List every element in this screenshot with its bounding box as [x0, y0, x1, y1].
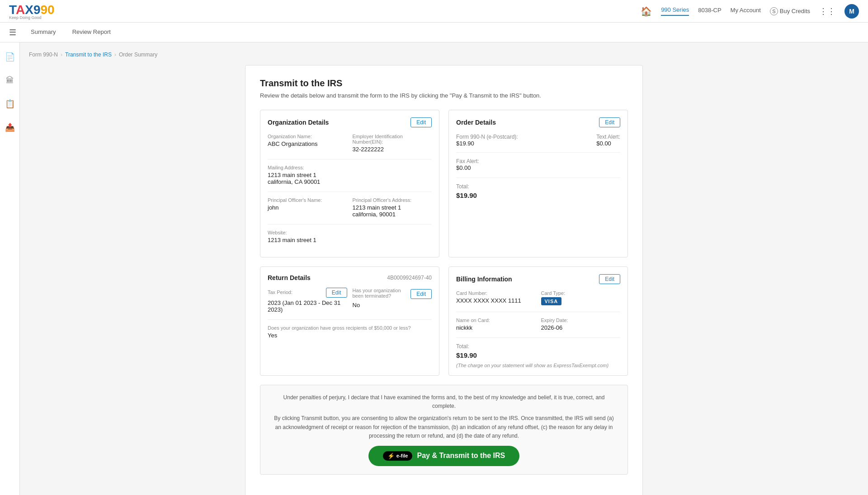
terminated-label: Has your organization been terminated? — [353, 288, 411, 299]
review-report-tab[interactable]: Review Report — [65, 25, 118, 40]
officer-row: Principal Officer's Name: john Principal… — [268, 197, 432, 218]
layout: 📄 🏛 📋 📤 Form 990-N › Transmit to the IRS… — [0, 42, 868, 495]
website-label: Website: — [268, 230, 432, 235]
gross-field: Does your organization have gross recipi… — [268, 325, 432, 339]
officer-name-label: Principal Officer's Name: — [268, 197, 347, 203]
logo-text: TAX990 — [9, 3, 55, 17]
order-card: Order Details Edit Form 990-N (e-Postcar… — [448, 110, 628, 257]
billing-total-field: Total: $19.90 — [456, 343, 620, 359]
terminated-edit-button[interactable]: Edit — [410, 289, 432, 299]
mailing-line1: 1213 main street 1 — [268, 172, 432, 178]
website-field: Website: 1213 main street 1 — [268, 230, 432, 243]
lightning-icon: ⚡ — [387, 453, 395, 459]
ein-value: 32-2222222 — [353, 146, 432, 153]
breadcrumb-transmit: Transmit to the IRS — [65, 51, 112, 58]
hamburger-icon[interactable]: ☰ — [9, 28, 16, 37]
mailing-field: Mailing Address: 1213 main street 1 cali… — [268, 165, 432, 185]
grid-icon[interactable]: ⋮⋮ — [819, 6, 835, 16]
org-edit-button[interactable]: Edit — [410, 117, 432, 127]
name-expiry-row: Name on Card: nickkk Expiry Date: 2026-0… — [456, 318, 620, 331]
officer-name-value: john — [268, 204, 347, 211]
breadcrumb-sep-1: › — [61, 51, 62, 58]
officer-addr-line2: california, 90001 — [353, 211, 432, 218]
card-type-field: Card Type: VISA — [541, 290, 621, 305]
nav-my-account[interactable]: My Account — [731, 7, 761, 15]
card-number-label: Card Number: — [456, 290, 536, 296]
order-total-label: Total: — [456, 183, 620, 190]
org-name-label: Organization Name: — [268, 134, 347, 139]
gross-label: Does your organization have gross recipi… — [268, 325, 432, 331]
text-alert-field: Text Alert: $0.00 — [596, 134, 620, 147]
sidebar-document-icon[interactable]: 📄 — [3, 50, 17, 64]
officer-name-field: Principal Officer's Name: john — [268, 197, 347, 218]
order-card-header: Order Details Edit — [456, 117, 620, 127]
efile-label: e-file — [396, 453, 408, 458]
transmit-button[interactable]: ⚡ e-file Pay & Transmit to the IRS — [368, 446, 519, 466]
breadcrumb-order-summary[interactable]: Order Summary — [119, 51, 157, 58]
page-title: Transmit to the IRS — [260, 78, 628, 89]
return-title: Return Details — [268, 274, 311, 281]
main-content: Form 990-N › Transmit to the IRS › Order… — [20, 42, 868, 495]
transmit-btn-wrap: ⚡ e-file Pay & Transmit to the IRS — [271, 446, 617, 466]
billing-total-value: $19.90 — [456, 351, 620, 359]
buy-credits[interactable]: S Buy Credits — [770, 7, 810, 15]
bottom-row: Return Details 4B0009924697-40 Tax Perio… — [260, 266, 628, 376]
nav-8038[interactable]: 8038-CP — [698, 7, 721, 15]
sidebar-building-icon[interactable]: 🏛 — [3, 73, 17, 88]
home-icon[interactable]: 🏠 — [641, 6, 652, 17]
top-nav: ☰ Summary Review Report — [0, 23, 868, 42]
buy-credits-label[interactable]: Buy Credits — [780, 8, 810, 14]
name-on-card-value: nickkk — [456, 324, 536, 331]
ein-label: Employer Identification Number(EIN): — [353, 134, 432, 145]
nav-990-series[interactable]: 990 Series — [661, 6, 689, 16]
card-number-value: XXXX XXXX XXXX 1111 — [456, 297, 536, 304]
disclaimer-line1: Under penalties of perjury, I declare th… — [271, 393, 617, 411]
billing-total-label: Total: — [456, 343, 620, 350]
officer-addr-field: Principal Officer's Address: 1213 main s… — [353, 197, 432, 218]
return-card-header: Return Details 4B0009924697-40 — [268, 274, 432, 281]
order-total-value: $19.90 — [456, 191, 620, 199]
tax-period-label: Tax Period: — [268, 290, 292, 295]
card-type-label: Card Type: — [541, 290, 621, 296]
breadcrumb-form[interactable]: Form 990-N — [29, 51, 58, 58]
header-nav: 🏠 990 Series 8038-CP My Account S Buy Cr… — [641, 4, 859, 19]
card-number-type-row: Card Number: XXXX XXXX XXXX 1111 Card Ty… — [456, 290, 620, 305]
order-title: Order Details — [456, 119, 496, 126]
form990n-label: Form 990-N (e-Postcard): — [456, 134, 518, 140]
breadcrumb-sep-2: › — [114, 51, 116, 58]
statement-note: (The charge on your statement will show … — [456, 363, 620, 368]
terminated-field: Has your organization been terminated? E… — [353, 288, 432, 313]
gross-value: Yes — [268, 332, 432, 339]
disclaimer-box: Under penalties of perjury, I declare th… — [260, 385, 628, 475]
tax-period-field: Tax Period: Edit 2023 (Jan 01 2023 - Dec… — [268, 288, 347, 313]
org-card-header: Organization Details Edit — [268, 117, 432, 127]
ein-field: Employer Identification Number(EIN): 32-… — [353, 134, 432, 153]
expiry-field: Expiry Date: 2026-06 — [541, 318, 621, 331]
form990n-field: Form 990-N (e-Postcard): $19.90 — [456, 134, 518, 147]
form990n-value: $19.90 — [456, 140, 518, 147]
top-row: Organization Details Edit Organization N… — [260, 110, 628, 257]
order-edit-button[interactable]: Edit — [599, 117, 620, 127]
text-alert-label: Text Alert: — [596, 134, 620, 140]
sidebar-upload-icon[interactable]: 📤 — [3, 120, 17, 135]
sidebar-list-icon[interactable]: 📋 — [3, 97, 17, 111]
org-name-value: ABC Organizations — [268, 140, 347, 147]
tax-period-terminated-row: Tax Period: Edit 2023 (Jan 01 2023 - Dec… — [268, 288, 432, 313]
fax-alert-field: Fax Alert: $0.00 — [456, 158, 620, 171]
visa-badge: VISA — [541, 297, 562, 305]
billing-card: Billing Information Edit Card Number: XX… — [448, 266, 628, 376]
return-card: Return Details 4B0009924697-40 Tax Perio… — [260, 266, 439, 376]
tax-period-edit-button[interactable]: Edit — [326, 288, 347, 298]
summary-tab[interactable]: Summary — [24, 25, 63, 40]
disclaimer-line2: By clicking Transmit button, you are con… — [271, 414, 617, 440]
transmit-label: Pay & Transmit to the IRS — [417, 452, 505, 460]
return-id: 4B0009924697-40 — [387, 275, 432, 281]
org-name-field: Organization Name: ABC Organizations — [268, 134, 347, 153]
expiry-value: 2026-06 — [541, 324, 621, 331]
user-avatar[interactable]: M — [844, 4, 859, 19]
billing-title: Billing Information — [456, 276, 512, 283]
page-subtitle: Review the details below and transmit th… — [260, 92, 628, 99]
logo: TAX990 Keep Doing Good — [9, 3, 55, 20]
billing-edit-button[interactable]: Edit — [599, 274, 620, 284]
form990n-row: Form 990-N (e-Postcard): $19.90 Text Ale… — [456, 134, 620, 147]
